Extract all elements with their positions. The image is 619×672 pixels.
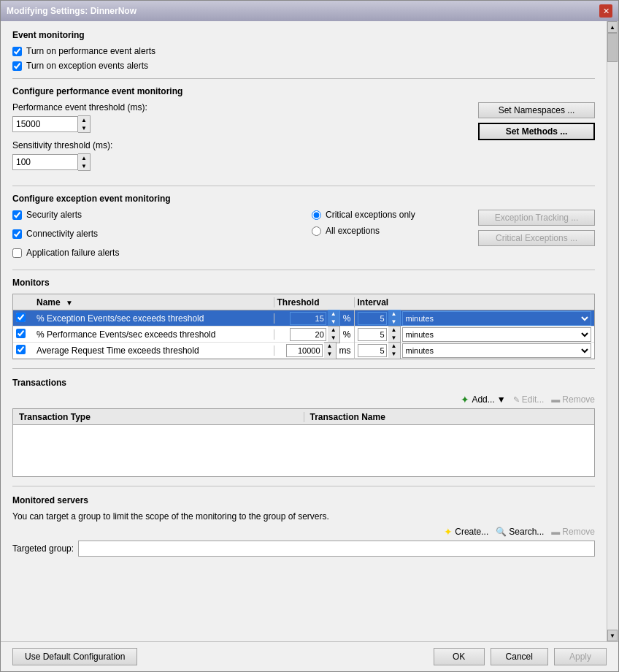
transactions-header: Transaction Type Transaction Name bbox=[13, 409, 594, 425]
sensitivity-label: Sensitivity threshold (ms): bbox=[12, 140, 458, 150]
perf-alerts-checkbox[interactable] bbox=[12, 47, 22, 56]
row1-threshold-input[interactable] bbox=[290, 312, 326, 325]
scrollbar[interactable]: ▲ ▼ bbox=[607, 21, 618, 641]
exception-config-title: Configure exception event monitoring bbox=[12, 194, 595, 204]
all-exceptions-radio[interactable] bbox=[312, 226, 321, 236]
row3-threshold-spinners: ▲ ▼ bbox=[324, 342, 337, 359]
row3-interval: ▲ ▼ minutes hours seconds bbox=[355, 342, 595, 359]
exception-checkboxes: Security alerts Connectivity alerts Appl… bbox=[12, 210, 306, 262]
exception-config-right: Exception Tracking ... Critical Exceptio… bbox=[464, 210, 595, 262]
scrollbar-up[interactable]: ▲ bbox=[607, 21, 618, 33]
security-alerts-checkbox[interactable] bbox=[12, 210, 22, 220]
scrollbar-thumb[interactable] bbox=[607, 33, 618, 62]
monitors-title: Monitors bbox=[12, 278, 595, 288]
all-exceptions-radio-row: All exceptions bbox=[312, 226, 458, 236]
pencil-icon: ✎ bbox=[513, 395, 520, 405]
row3-interval-down[interactable]: ▼ bbox=[388, 351, 400, 359]
apply-button[interactable]: Apply bbox=[554, 648, 607, 665]
row3-threshold-unit: ms bbox=[339, 345, 351, 356]
remove-server-label: Remove bbox=[562, 527, 595, 537]
row2-threshold-up[interactable]: ▲ bbox=[328, 327, 339, 335]
all-exceptions-label: All exceptions bbox=[326, 226, 380, 236]
row3-checkbox[interactable] bbox=[16, 345, 26, 354]
remove-server-button[interactable]: ▬ Remove bbox=[551, 527, 595, 537]
exception-tracking-button[interactable]: Exception Tracking ... bbox=[478, 210, 595, 226]
perf-threshold-up[interactable]: ▲ bbox=[78, 116, 90, 124]
close-button[interactable]: ✕ bbox=[599, 4, 612, 18]
edit-label: Edit... bbox=[522, 394, 545, 405]
header-interval-col: Interval bbox=[355, 297, 595, 308]
row2-threshold-input[interactable] bbox=[290, 328, 326, 341]
sensitivity-field: ▲ ▼ bbox=[12, 153, 458, 171]
exception-alerts-checkbox[interactable] bbox=[12, 61, 22, 71]
row1-interval-select[interactable]: minutes hours seconds bbox=[402, 311, 592, 326]
row3-interval-input[interactable] bbox=[358, 344, 387, 357]
row3-interval-select[interactable]: minutes hours seconds bbox=[402, 343, 592, 358]
remove-transaction-button[interactable]: ▬ Remove bbox=[551, 394, 595, 405]
exception-config-section: Configure exception event monitoring Sec… bbox=[12, 194, 595, 262]
row1-threshold: ▲ ▼ % bbox=[274, 310, 355, 327]
monitored-servers-title: Monitored servers bbox=[12, 495, 595, 505]
row1-name: % Exception Events/sec exceeds threshold bbox=[34, 313, 274, 324]
ok-button[interactable]: OK bbox=[434, 648, 485, 665]
targeted-label: Targeted group: bbox=[12, 543, 74, 554]
set-methods-button[interactable]: Set Methods ... bbox=[478, 123, 595, 140]
perf-threshold-down[interactable]: ▼ bbox=[78, 124, 90, 132]
row1-threshold-unit: % bbox=[343, 313, 351, 324]
footer-left: Use Default Configuration bbox=[12, 648, 137, 665]
row3-threshold: ▲ ▼ ms bbox=[274, 342, 355, 359]
add-icon: ✦ bbox=[461, 394, 469, 405]
sensitivity-up[interactable]: ▲ bbox=[78, 154, 90, 162]
header-threshold-col: Threshold bbox=[274, 297, 355, 308]
exception-alerts-row: Turn on exception events alerts bbox=[12, 61, 595, 71]
monitors-table-header: Name ▼ Threshold Interval bbox=[13, 294, 594, 310]
critical-exceptions-radio[interactable] bbox=[312, 210, 321, 220]
create-server-button[interactable]: ✦ Create... bbox=[444, 526, 488, 538]
row2-interval-spinners: ▲ ▼ bbox=[388, 326, 401, 343]
sensitivity-down[interactable]: ▼ bbox=[78, 162, 90, 170]
targeted-group-input[interactable] bbox=[78, 541, 595, 557]
row1-check-col bbox=[13, 313, 34, 324]
row1-interval: ▲ ▼ minutes hours seconds bbox=[355, 310, 595, 327]
edit-transaction-button[interactable]: ✎ Edit... bbox=[513, 394, 545, 405]
set-namespaces-button[interactable]: Set Namespaces ... bbox=[478, 102, 595, 118]
remove-server-icon: ▬ bbox=[551, 527, 560, 537]
targeted-group-row: Targeted group: bbox=[12, 541, 595, 557]
trans-name-col-header: Transaction Name bbox=[304, 412, 595, 422]
row3-threshold-up[interactable]: ▲ bbox=[324, 343, 336, 351]
row2-interval-input[interactable] bbox=[358, 328, 387, 341]
perf-threshold-input[interactable] bbox=[12, 116, 78, 132]
row3-interval-up[interactable]: ▲ bbox=[388, 343, 400, 351]
appfailure-alerts-checkbox[interactable] bbox=[12, 248, 22, 258]
monitors-table: Name ▼ Threshold Interval % Exception Ev… bbox=[12, 294, 595, 359]
critical-exceptions-button[interactable]: Critical Exceptions ... bbox=[478, 230, 595, 246]
table-row[interactable]: Average Request Time exceeds threshold ▲… bbox=[13, 343, 594, 359]
cancel-button[interactable]: Cancel bbox=[491, 648, 548, 665]
row3-threshold-input[interactable] bbox=[286, 344, 323, 357]
table-row[interactable]: % Performance Events/sec exceeds thresho… bbox=[13, 327, 594, 343]
row3-threshold-down[interactable]: ▼ bbox=[324, 351, 336, 359]
row2-interval-select[interactable]: minutes hours seconds bbox=[402, 327, 592, 342]
monitored-servers-section: Monitored servers You can target a group… bbox=[12, 495, 595, 557]
content-area: Event monitoring Turn on performance eve… bbox=[1, 21, 607, 641]
table-row[interactable]: % Exception Events/sec exceeds threshold… bbox=[13, 310, 594, 327]
appfailure-alerts-row: Application failure alerts bbox=[12, 248, 306, 258]
search-server-button[interactable]: 🔍 Search... bbox=[496, 527, 544, 537]
row1-checkbox[interactable] bbox=[16, 313, 26, 322]
row1-interval-up[interactable]: ▲ bbox=[388, 310, 400, 318]
row1-threshold-up[interactable]: ▲ bbox=[328, 310, 339, 318]
row1-interval-input[interactable] bbox=[358, 312, 387, 325]
row2-interval: ▲ ▼ minutes hours seconds bbox=[355, 326, 595, 343]
security-alerts-row: Security alerts bbox=[12, 210, 306, 220]
sensitivity-spinners: ▲ ▼ bbox=[78, 153, 91, 171]
add-transaction-button[interactable]: ✦ Add... ▼ bbox=[461, 394, 505, 405]
transactions-section: Transactions ✦ Add... ▼ ✎ Edit... ▬ Remo… bbox=[12, 378, 595, 477]
add-label: Add... bbox=[472, 394, 494, 405]
row2-interval-up[interactable]: ▲ bbox=[388, 327, 400, 335]
row2-checkbox[interactable] bbox=[16, 329, 26, 338]
scrollbar-down[interactable]: ▼ bbox=[607, 630, 618, 641]
use-default-button[interactable]: Use Default Configuration bbox=[12, 648, 137, 665]
sensitivity-input[interactable] bbox=[12, 154, 78, 170]
sort-icon: ▼ bbox=[66, 299, 73, 307]
connectivity-alerts-checkbox[interactable] bbox=[12, 229, 22, 239]
